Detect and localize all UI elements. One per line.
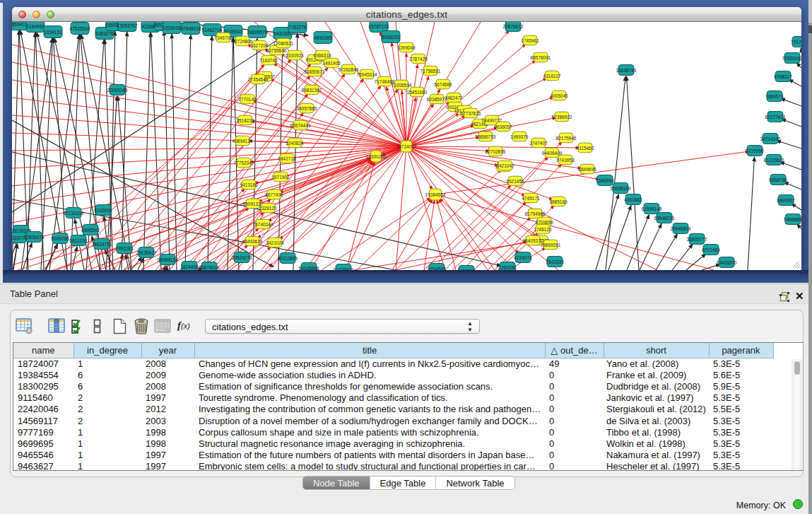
svg-text:79740344: 79740344 — [253, 222, 273, 227]
svg-text:2260256: 2260256 — [498, 265, 517, 270]
svg-text:97848018: 97848018 — [181, 26, 201, 31]
svg-text:75869261: 75869261 — [541, 243, 561, 247]
svg-text:5098393: 5098393 — [382, 35, 400, 40]
svg-text:20053346: 20053346 — [107, 88, 128, 93]
svg-text:81754965: 81754965 — [525, 211, 546, 216]
svg-text:71756551: 71756551 — [420, 69, 441, 74]
svg-text:87234309: 87234309 — [64, 211, 84, 216]
svg-text:4896383: 4896383 — [314, 35, 332, 40]
svg-text:62702895: 62702895 — [486, 149, 506, 154]
svg-text:0842710: 0842710 — [278, 156, 296, 161]
svg-text:76320163: 76320163 — [782, 56, 801, 61]
svg-text:1969379: 1969379 — [510, 134, 529, 139]
svg-text:65787133: 65787133 — [369, 24, 389, 29]
svg-text:28809570: 28809570 — [247, 30, 268, 35]
svg-text:51850671: 51850671 — [305, 69, 325, 74]
svg-text:9283276: 9283276 — [95, 31, 114, 36]
svg-text:9115460: 9115460 — [577, 146, 594, 151]
svg-text:82175946: 82175946 — [556, 136, 577, 141]
svg-text:26876812: 26876812 — [503, 24, 524, 29]
svg-text:3685160: 3685160 — [549, 199, 567, 204]
svg-text:61595148: 61595148 — [642, 206, 662, 211]
svg-text:1399049: 1399049 — [397, 45, 416, 50]
svg-text:1746120: 1746120 — [534, 227, 552, 232]
svg-text:53755646: 53755646 — [266, 48, 287, 53]
svg-text:80831367: 80831367 — [302, 88, 322, 93]
svg-text:3215956: 3215956 — [746, 148, 764, 153]
svg-text:77752047: 77752047 — [234, 160, 254, 165]
svg-text:67737826: 67737826 — [461, 111, 481, 116]
svg-text:49894134: 49894134 — [233, 139, 253, 144]
svg-text:55886753: 55886753 — [476, 134, 496, 139]
svg-text:6899695: 6899695 — [578, 167, 596, 172]
svg-text:4060883: 4060883 — [624, 197, 642, 202]
svg-text:81223623: 81223623 — [764, 158, 784, 163]
svg-text:19384554: 19384554 — [425, 192, 446, 197]
svg-text:4966319: 4966319 — [313, 53, 331, 58]
svg-text:87277434: 87277434 — [765, 115, 786, 119]
svg-text:55698169: 55698169 — [611, 186, 631, 191]
svg-text:18724007: 18724007 — [396, 144, 417, 149]
svg-text:7917693: 7917693 — [791, 40, 801, 45]
svg-text:9421047: 9421047 — [496, 163, 514, 168]
svg-text:9521456: 9521456 — [506, 179, 524, 184]
svg-text:9636057: 9636057 — [494, 124, 512, 129]
svg-text:1671902: 1671902 — [271, 175, 290, 180]
svg-text:96405377: 96405377 — [523, 238, 543, 243]
svg-text:7991183: 7991183 — [116, 246, 134, 251]
svg-text:34957885: 34957885 — [297, 106, 317, 111]
svg-text:8677496: 8677496 — [265, 192, 283, 197]
svg-text:6193990: 6193990 — [94, 208, 112, 213]
svg-text:80112805: 80112805 — [278, 256, 298, 261]
svg-text:5240824: 5240824 — [286, 141, 304, 146]
svg-text:62386922: 62386922 — [552, 115, 572, 119]
svg-text:13493618: 13493618 — [242, 239, 263, 244]
svg-text:25135427: 25135427 — [136, 250, 157, 255]
svg-text:7182278: 7182278 — [288, 25, 307, 30]
svg-text:6184959: 6184959 — [26, 24, 45, 29]
svg-text:7193745: 7193745 — [259, 58, 278, 63]
svg-text:18300295: 18300295 — [366, 154, 387, 159]
svg-text:7346706: 7346706 — [214, 35, 233, 40]
svg-text:36995777: 36995777 — [687, 237, 707, 242]
svg-text:02606474: 02606474 — [24, 235, 45, 240]
svg-text:47525534: 47525534 — [70, 26, 90, 31]
svg-text:3518233: 3518233 — [236, 118, 254, 123]
svg-text:8721489: 8721489 — [702, 247, 720, 252]
svg-text:0812191: 0812191 — [69, 238, 88, 243]
svg-text:4005045: 4005045 — [550, 93, 568, 98]
svg-text:6690967: 6690967 — [777, 198, 795, 203]
svg-text:2328120: 2328120 — [259, 206, 277, 211]
svg-text:4216073: 4216073 — [514, 255, 532, 260]
svg-text:86578091: 86578091 — [531, 55, 551, 60]
svg-text:5009788: 5009788 — [51, 236, 69, 241]
svg-text:1640954: 1640954 — [596, 178, 614, 183]
svg-text:00524278: 00524278 — [232, 255, 252, 260]
svg-text:17080531: 17080531 — [273, 41, 294, 46]
svg-text:13953767: 13953767 — [117, 23, 138, 28]
svg-text:9413186: 9413186 — [240, 182, 258, 187]
svg-text:1491905: 1491905 — [322, 61, 341, 66]
svg-text:5674680: 5674680 — [434, 82, 452, 87]
svg-text:2421024: 2421024 — [266, 240, 284, 245]
svg-text:15451680: 15451680 — [407, 90, 428, 95]
svg-text:2787429: 2787429 — [409, 57, 428, 62]
svg-text:3482477: 3482477 — [445, 95, 463, 100]
svg-text:27354549: 27354549 — [248, 77, 269, 82]
svg-text:16648784: 16648784 — [616, 68, 637, 73]
svg-text:3747407: 3747407 — [529, 141, 548, 146]
svg-text:0330923: 0330923 — [286, 53, 304, 58]
svg-text:8708317: 8708317 — [774, 74, 792, 79]
svg-text:34624751: 34624751 — [92, 242, 112, 247]
svg-text:76945314: 76945314 — [357, 72, 377, 77]
svg-text:57262849: 57262849 — [339, 67, 359, 72]
svg-text:1226916: 1226916 — [163, 25, 181, 30]
svg-text:7770143: 7770143 — [238, 97, 257, 102]
svg-text:7889579: 7889579 — [765, 94, 784, 99]
svg-text:6658760: 6658760 — [769, 177, 787, 182]
svg-text:29946804: 29946804 — [671, 226, 691, 231]
svg-text:51462704: 51462704 — [202, 28, 223, 33]
svg-text:13433200: 13433200 — [717, 260, 737, 265]
svg-text:1745961: 1745961 — [521, 38, 539, 43]
svg-text:71906594: 71906594 — [392, 83, 412, 88]
